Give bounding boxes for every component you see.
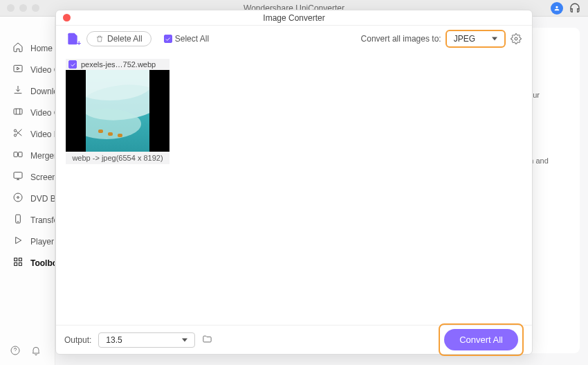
sidebar-item-label: Home: [30, 44, 53, 53]
traffic-lights: [7, 4, 39, 12]
minimize-window-dot[interactable]: [19, 4, 27, 12]
play-icon: [12, 235, 24, 248]
svg-rect-12: [15, 262, 17, 265]
svg-rect-0: [14, 65, 22, 71]
modal-title: Image Converter: [263, 13, 324, 23]
maximize-window-dot[interactable]: [32, 4, 39, 12]
svg-rect-4: [14, 152, 17, 157]
sidebar-item-dvd-burner[interactable]: DVD Bur: [0, 188, 55, 209]
merge-icon: [12, 149, 24, 162]
svg-point-15: [515, 37, 517, 40]
svg-rect-10: [15, 258, 17, 261]
scissors-icon: [12, 127, 24, 141]
output-label: Output:: [64, 335, 91, 345]
thumbnail-filename: pexels-jes…752.webp: [81, 60, 156, 69]
header-icons: [551, 2, 581, 15]
modal-toolbar: + Delete All Select All Convert all imag…: [56, 26, 532, 52]
sidebar-bottom: [0, 338, 55, 365]
select-all-checkbox[interactable]: Select All: [164, 34, 209, 44]
convert-to-group: Convert all images to: JPEG: [361, 30, 522, 48]
sidebar-item-label: Downloa: [30, 87, 55, 96]
sidebar: Home Video Co Downloa Video Co Video Ed …: [0, 17, 55, 365]
convert-all-highlight: Convert All: [439, 323, 524, 356]
thumbnail-checkbox[interactable]: [68, 60, 77, 69]
svg-rect-5: [19, 152, 22, 157]
screen-icon: [12, 170, 24, 184]
output-path-select[interactable]: 13.5: [98, 332, 195, 348]
sidebar-item-label: Screen R: [30, 172, 55, 182]
sidebar-item-screen-recorder[interactable]: Screen R: [0, 166, 55, 188]
delete-all-button[interactable]: Delete All: [86, 31, 151, 46]
svg-rect-1: [14, 109, 22, 114]
svg-rect-11: [19, 258, 21, 261]
thumbnail-conversion-info: webp -> jpeg(6554 x 8192): [66, 152, 169, 164]
sidebar-item-label: Video Co: [30, 65, 55, 75]
sidebar-item-toolbox[interactable]: Toolbox: [0, 252, 55, 274]
thumbnail-grid: pexels-jes…752.webp webp -> jpeg(6554 x …: [56, 52, 532, 325]
sidebar-item-label: Merger: [30, 151, 55, 161]
sidebar-item-label: Video Co: [30, 108, 55, 118]
video-icon: [12, 63, 24, 76]
sidebar-item-downloader[interactable]: Downloa: [0, 80, 55, 102]
dvd-icon: [12, 192, 24, 205]
checkbox-checked-icon: [164, 35, 172, 43]
sidebar-item-label: DVD Bur: [30, 194, 55, 204]
sidebar-item-video-converter[interactable]: Video Co: [0, 59, 55, 80]
close-window-dot[interactable]: [7, 4, 15, 12]
sidebar-item-label: Player: [30, 237, 54, 247]
sidebar-item-label: Video Ed: [30, 130, 55, 139]
modal-footer: Output: 13.5 Convert All: [56, 325, 532, 354]
grid-icon: [12, 256, 24, 269]
thumbnail-header: pexels-jes…752.webp: [66, 59, 169, 70]
format-select[interactable]: JPEG: [445, 30, 506, 48]
user-avatar-icon[interactable]: [551, 2, 563, 15]
svg-point-8: [17, 197, 19, 199]
image-converter-modal: Image Converter + Delete All Select All …: [55, 10, 533, 355]
sidebar-item-video-editor[interactable]: Video Ed: [0, 123, 55, 145]
svg-rect-6: [14, 172, 22, 179]
sidebar-item-video-compressor[interactable]: Video Co: [0, 102, 55, 123]
modal-header: Image Converter: [56, 10, 532, 26]
image-thumbnail-card[interactable]: pexels-jes…752.webp webp -> jpeg(6554 x …: [66, 59, 169, 164]
help-icon[interactable]: [10, 345, 21, 358]
sidebar-item-home[interactable]: Home: [0, 37, 55, 59]
sidebar-item-merger[interactable]: Merger: [0, 145, 55, 166]
sidebar-item-player[interactable]: Player: [0, 231, 55, 252]
download-icon: [12, 84, 24, 98]
open-folder-button[interactable]: [202, 334, 212, 346]
add-media-button[interactable]: +: [66, 32, 80, 46]
trash-icon: [95, 35, 104, 43]
format-selected-value: JPEG: [454, 34, 475, 44]
compress-icon: [12, 106, 24, 119]
close-modal-button[interactable]: [63, 14, 71, 21]
svg-rect-13: [19, 262, 21, 265]
transfer-icon: [12, 213, 24, 226]
convert-to-label: Convert all images to:: [361, 34, 441, 44]
home-icon: [12, 42, 24, 55]
thumbnail-image: [66, 70, 169, 152]
svg-point-7: [14, 193, 22, 202]
chevron-down-icon: [182, 337, 187, 343]
select-all-label: Select All: [175, 34, 209, 44]
support-headset-icon[interactable]: [569, 2, 581, 15]
sidebar-item-label: Transfer: [30, 215, 55, 225]
chevron-down-icon: [492, 36, 497, 42]
output-settings-button[interactable]: [510, 33, 522, 45]
sidebar-item-label: Toolbox: [30, 258, 55, 268]
sidebar-item-transfer[interactable]: Transfer: [0, 209, 55, 231]
bell-icon[interactable]: [30, 345, 42, 358]
delete-all-label: Delete All: [107, 34, 143, 44]
output-path-value: 13.5: [106, 335, 122, 345]
convert-all-button[interactable]: Convert All: [444, 329, 518, 350]
